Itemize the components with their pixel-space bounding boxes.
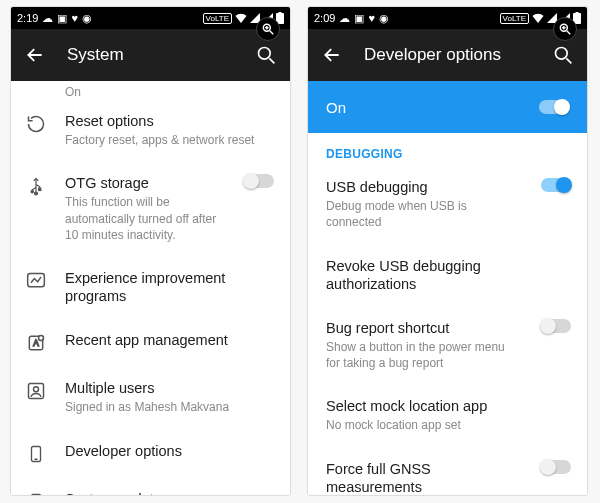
item-title: Experience improvement programs: [65, 269, 274, 305]
item-subtitle: Factory reset, apps & network reset: [65, 132, 274, 148]
item-subtitle: Signed in as Mahesh Makvana: [65, 399, 274, 415]
status-icon: ☁: [42, 12, 53, 25]
item-title: OTG storage: [65, 174, 222, 192]
recent-icon: A: [26, 333, 46, 353]
svg-rect-27: [576, 12, 579, 14]
settings-list[interactable]: On Reset options Factory reset, apps & n…: [11, 81, 290, 495]
page-title: System: [67, 45, 124, 65]
svg-line-23: [567, 31, 571, 35]
search-icon[interactable]: [553, 45, 573, 65]
list-item-usb-debugging[interactable]: USB debugging Debug mode when USB is con…: [308, 165, 587, 244]
item-subtitle: No mock location app set: [326, 417, 571, 433]
item-title: Developer options: [65, 442, 274, 460]
svg-line-30: [566, 58, 571, 63]
wifi-icon: [235, 13, 247, 23]
list-item-otg-storage[interactable]: OTG storage This function will be automa…: [11, 161, 290, 256]
status-time: 2:09: [314, 12, 335, 24]
otg-toggle[interactable]: [244, 174, 274, 188]
item-title: USB debugging: [326, 178, 519, 196]
usb-icon: [27, 176, 45, 196]
list-item-cutoff: On: [11, 81, 290, 99]
item-subtitle: Show a button in the power menu for taki…: [326, 339, 519, 371]
status-bar: 2:09 ☁ ▣ ♥ ◉ VoLTE: [308, 7, 587, 29]
master-switch-row[interactable]: On: [308, 81, 587, 133]
status-icon: ▣: [354, 12, 364, 25]
list-item-developer-options[interactable]: Developer options: [11, 429, 290, 477]
magnify-icon[interactable]: [256, 17, 280, 41]
developer-list[interactable]: DEBUGGING USB debugging Debug mode when …: [308, 133, 587, 495]
item-title: Revoke USB debugging authorizations: [326, 257, 571, 293]
item-title: Reset options: [65, 112, 274, 130]
list-item-force-gnss[interactable]: Force full GNSS measurements Track all G…: [308, 447, 587, 495]
svg-line-1: [270, 31, 274, 35]
chart-icon: [26, 271, 46, 291]
bug-report-toggle[interactable]: [541, 319, 571, 333]
phone-system-settings: 2:19 ☁ ▣ ♥ ◉ VoLTE System On: [10, 6, 291, 496]
list-item-experience-programs[interactable]: Experience improvement programs: [11, 256, 290, 318]
phone-icon: [27, 444, 45, 464]
status-icon: ◉: [82, 12, 92, 25]
status-icon: ☁: [339, 12, 350, 25]
list-item-bug-report-shortcut[interactable]: Bug report shortcut Show a button in the…: [308, 306, 587, 385]
item-title: Multiple users: [65, 379, 274, 397]
svg-rect-11: [39, 189, 41, 191]
item-title: Bug report shortcut: [326, 319, 519, 337]
list-item-system-updates[interactable]: System updates: [11, 477, 290, 495]
svg-rect-21: [32, 494, 41, 495]
svg-point-12: [31, 191, 33, 193]
item-title: Force full GNSS measurements: [326, 460, 519, 495]
svg-point-10: [35, 192, 38, 195]
reset-icon: [26, 114, 46, 134]
search-icon[interactable]: [256, 45, 276, 65]
list-item-multiple-users[interactable]: Multiple users Signed in as Mahesh Makva…: [11, 366, 290, 428]
svg-point-16: [39, 336, 44, 341]
gnss-toggle[interactable]: [541, 460, 571, 474]
update-icon: [27, 492, 45, 495]
item-title: System updates: [65, 490, 274, 495]
svg-line-8: [269, 58, 274, 63]
phone-developer-options: 2:09 ☁ ▣ ♥ ◉ VoLTE Developer options On …: [307, 6, 588, 496]
app-bar: Developer options: [308, 29, 587, 81]
item-subtitle: Debug mode when USB is connected: [326, 198, 519, 230]
section-header-debugging: DEBUGGING: [308, 133, 587, 165]
usb-debugging-toggle[interactable]: [541, 178, 571, 192]
svg-point-18: [34, 387, 39, 392]
app-bar: System: [11, 29, 290, 81]
volte-icon: VoLTE: [203, 13, 232, 24]
back-icon[interactable]: [25, 45, 45, 65]
status-bar: 2:19 ☁ ▣ ♥ ◉ VoLTE: [11, 7, 290, 29]
svg-point-7: [259, 48, 271, 60]
status-icon: ♥: [71, 12, 78, 24]
magnify-icon[interactable]: [553, 17, 577, 41]
user-icon: [26, 381, 46, 401]
master-switch-label: On: [326, 99, 346, 116]
status-icon: ◉: [379, 12, 389, 25]
list-item-recent-app-management[interactable]: A Recent app management: [11, 318, 290, 366]
back-icon[interactable]: [322, 45, 342, 65]
item-title: Select mock location app: [326, 397, 571, 415]
list-item-reset-options[interactable]: Reset options Factory reset, apps & netw…: [11, 99, 290, 161]
svg-point-29: [556, 48, 568, 60]
list-item-mock-location[interactable]: Select mock location app No mock locatio…: [308, 384, 587, 446]
item-title: Recent app management: [65, 331, 274, 349]
volte-icon: VoLTE: [500, 13, 529, 24]
status-icon: ▣: [57, 12, 67, 25]
status-time: 2:19: [17, 12, 38, 24]
list-item-revoke-usb-auth[interactable]: Revoke USB debugging authorizations: [308, 244, 587, 306]
status-icon: ♥: [368, 12, 375, 24]
item-subtitle: This function will be automatically turn…: [65, 194, 222, 243]
master-toggle[interactable]: [539, 100, 569, 114]
wifi-icon: [532, 13, 544, 23]
page-title: Developer options: [364, 45, 501, 65]
svg-rect-5: [279, 12, 282, 14]
